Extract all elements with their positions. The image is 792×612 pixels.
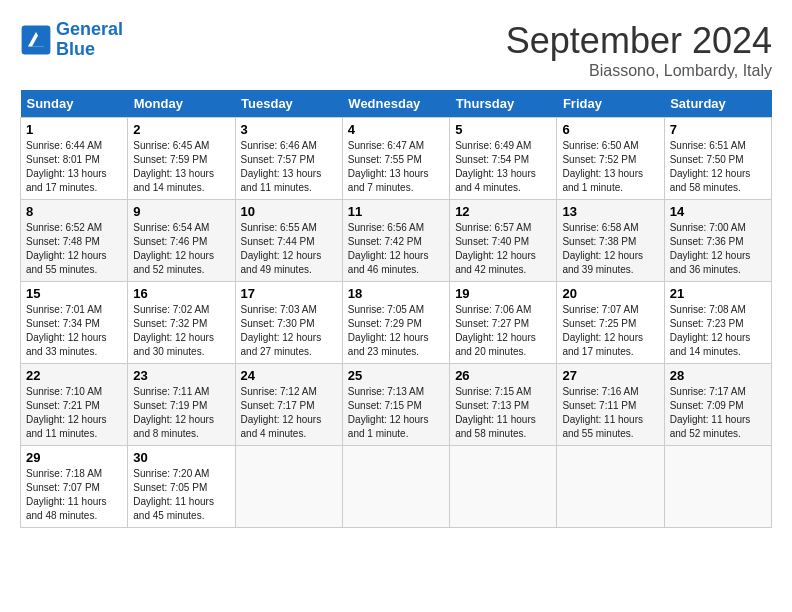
weekday-header: Monday	[128, 90, 235, 118]
day-info: Sunrise: 6:54 AMSunset: 7:46 PMDaylight:…	[133, 221, 229, 277]
calendar-table: SundayMondayTuesdayWednesdayThursdayFrid…	[20, 90, 772, 528]
calendar-cell: 5Sunrise: 6:49 AMSunset: 7:54 PMDaylight…	[450, 118, 557, 200]
day-info: Sunrise: 7:18 AMSunset: 7:07 PMDaylight:…	[26, 467, 122, 523]
day-number: 7	[670, 122, 766, 137]
calendar-cell: 10Sunrise: 6:55 AMSunset: 7:44 PMDayligh…	[235, 200, 342, 282]
day-number: 19	[455, 286, 551, 301]
day-number: 29	[26, 450, 122, 465]
weekday-header: Friday	[557, 90, 664, 118]
day-info: Sunrise: 7:06 AMSunset: 7:27 PMDaylight:…	[455, 303, 551, 359]
day-number: 24	[241, 368, 337, 383]
day-info: Sunrise: 6:56 AMSunset: 7:42 PMDaylight:…	[348, 221, 444, 277]
day-number: 13	[562, 204, 658, 219]
calendar-week-row: 22Sunrise: 7:10 AMSunset: 7:21 PMDayligh…	[21, 364, 772, 446]
day-info: Sunrise: 6:49 AMSunset: 7:54 PMDaylight:…	[455, 139, 551, 195]
day-number: 10	[241, 204, 337, 219]
day-number: 30	[133, 450, 229, 465]
day-number: 20	[562, 286, 658, 301]
calendar-cell: 16Sunrise: 7:02 AMSunset: 7:32 PMDayligh…	[128, 282, 235, 364]
day-info: Sunrise: 6:57 AMSunset: 7:40 PMDaylight:…	[455, 221, 551, 277]
calendar-cell	[235, 446, 342, 528]
weekday-header: Saturday	[664, 90, 771, 118]
weekday-header: Sunday	[21, 90, 128, 118]
calendar-cell: 19Sunrise: 7:06 AMSunset: 7:27 PMDayligh…	[450, 282, 557, 364]
day-number: 2	[133, 122, 229, 137]
day-number: 8	[26, 204, 122, 219]
calendar-cell: 30Sunrise: 7:20 AMSunset: 7:05 PMDayligh…	[128, 446, 235, 528]
logo-icon	[20, 24, 52, 56]
calendar-cell: 20Sunrise: 7:07 AMSunset: 7:25 PMDayligh…	[557, 282, 664, 364]
calendar-cell	[557, 446, 664, 528]
calendar-cell	[450, 446, 557, 528]
day-info: Sunrise: 7:17 AMSunset: 7:09 PMDaylight:…	[670, 385, 766, 441]
calendar-week-row: 1Sunrise: 6:44 AMSunset: 8:01 PMDaylight…	[21, 118, 772, 200]
day-number: 16	[133, 286, 229, 301]
day-info: Sunrise: 6:46 AMSunset: 7:57 PMDaylight:…	[241, 139, 337, 195]
calendar-cell: 18Sunrise: 7:05 AMSunset: 7:29 PMDayligh…	[342, 282, 449, 364]
calendar-cell: 25Sunrise: 7:13 AMSunset: 7:15 PMDayligh…	[342, 364, 449, 446]
day-info: Sunrise: 7:00 AMSunset: 7:36 PMDaylight:…	[670, 221, 766, 277]
day-info: Sunrise: 7:03 AMSunset: 7:30 PMDaylight:…	[241, 303, 337, 359]
location: Biassono, Lombardy, Italy	[506, 62, 772, 80]
calendar-cell: 12Sunrise: 6:57 AMSunset: 7:40 PMDayligh…	[450, 200, 557, 282]
weekday-header: Thursday	[450, 90, 557, 118]
day-info: Sunrise: 7:15 AMSunset: 7:13 PMDaylight:…	[455, 385, 551, 441]
day-info: Sunrise: 7:07 AMSunset: 7:25 PMDaylight:…	[562, 303, 658, 359]
day-number: 23	[133, 368, 229, 383]
page-header: General Blue September 2024 Biassono, Lo…	[20, 20, 772, 80]
day-info: Sunrise: 6:47 AMSunset: 7:55 PMDaylight:…	[348, 139, 444, 195]
day-number: 26	[455, 368, 551, 383]
calendar-cell: 15Sunrise: 7:01 AMSunset: 7:34 PMDayligh…	[21, 282, 128, 364]
weekday-header: Wednesday	[342, 90, 449, 118]
day-number: 9	[133, 204, 229, 219]
calendar-cell: 2Sunrise: 6:45 AMSunset: 7:59 PMDaylight…	[128, 118, 235, 200]
weekday-header: Tuesday	[235, 90, 342, 118]
month-title: September 2024	[506, 20, 772, 62]
day-number: 4	[348, 122, 444, 137]
day-number: 6	[562, 122, 658, 137]
day-number: 21	[670, 286, 766, 301]
calendar-cell: 27Sunrise: 7:16 AMSunset: 7:11 PMDayligh…	[557, 364, 664, 446]
calendar-week-row: 8Sunrise: 6:52 AMSunset: 7:48 PMDaylight…	[21, 200, 772, 282]
day-number: 12	[455, 204, 551, 219]
day-info: Sunrise: 7:11 AMSunset: 7:19 PMDaylight:…	[133, 385, 229, 441]
calendar-cell: 21Sunrise: 7:08 AMSunset: 7:23 PMDayligh…	[664, 282, 771, 364]
calendar-cell: 28Sunrise: 7:17 AMSunset: 7:09 PMDayligh…	[664, 364, 771, 446]
calendar-cell: 1Sunrise: 6:44 AMSunset: 8:01 PMDaylight…	[21, 118, 128, 200]
day-info: Sunrise: 7:13 AMSunset: 7:15 PMDaylight:…	[348, 385, 444, 441]
day-number: 15	[26, 286, 122, 301]
day-number: 5	[455, 122, 551, 137]
calendar-week-row: 29Sunrise: 7:18 AMSunset: 7:07 PMDayligh…	[21, 446, 772, 528]
day-info: Sunrise: 7:02 AMSunset: 7:32 PMDaylight:…	[133, 303, 229, 359]
day-number: 18	[348, 286, 444, 301]
calendar-cell: 17Sunrise: 7:03 AMSunset: 7:30 PMDayligh…	[235, 282, 342, 364]
day-number: 3	[241, 122, 337, 137]
calendar-cell: 26Sunrise: 7:15 AMSunset: 7:13 PMDayligh…	[450, 364, 557, 446]
calendar-cell: 8Sunrise: 6:52 AMSunset: 7:48 PMDaylight…	[21, 200, 128, 282]
calendar-cell: 9Sunrise: 6:54 AMSunset: 7:46 PMDaylight…	[128, 200, 235, 282]
calendar-cell: 24Sunrise: 7:12 AMSunset: 7:17 PMDayligh…	[235, 364, 342, 446]
day-number: 14	[670, 204, 766, 219]
day-number: 27	[562, 368, 658, 383]
day-number: 25	[348, 368, 444, 383]
day-info: Sunrise: 6:58 AMSunset: 7:38 PMDaylight:…	[562, 221, 658, 277]
logo: General Blue	[20, 20, 123, 60]
day-info: Sunrise: 7:05 AMSunset: 7:29 PMDaylight:…	[348, 303, 444, 359]
day-number: 28	[670, 368, 766, 383]
calendar-cell: 11Sunrise: 6:56 AMSunset: 7:42 PMDayligh…	[342, 200, 449, 282]
calendar-cell	[664, 446, 771, 528]
day-info: Sunrise: 7:20 AMSunset: 7:05 PMDaylight:…	[133, 467, 229, 523]
calendar-cell: 22Sunrise: 7:10 AMSunset: 7:21 PMDayligh…	[21, 364, 128, 446]
calendar-cell: 6Sunrise: 6:50 AMSunset: 7:52 PMDaylight…	[557, 118, 664, 200]
calendar-cell: 4Sunrise: 6:47 AMSunset: 7:55 PMDaylight…	[342, 118, 449, 200]
calendar-cell	[342, 446, 449, 528]
calendar-body: 1Sunrise: 6:44 AMSunset: 8:01 PMDaylight…	[21, 118, 772, 528]
calendar-cell: 13Sunrise: 6:58 AMSunset: 7:38 PMDayligh…	[557, 200, 664, 282]
calendar-cell: 7Sunrise: 6:51 AMSunset: 7:50 PMDaylight…	[664, 118, 771, 200]
title-block: September 2024 Biassono, Lombardy, Italy	[506, 20, 772, 80]
day-info: Sunrise: 6:50 AMSunset: 7:52 PMDaylight:…	[562, 139, 658, 195]
day-number: 1	[26, 122, 122, 137]
calendar-cell: 14Sunrise: 7:00 AMSunset: 7:36 PMDayligh…	[664, 200, 771, 282]
calendar-header-row: SundayMondayTuesdayWednesdayThursdayFrid…	[21, 90, 772, 118]
day-info: Sunrise: 7:01 AMSunset: 7:34 PMDaylight:…	[26, 303, 122, 359]
